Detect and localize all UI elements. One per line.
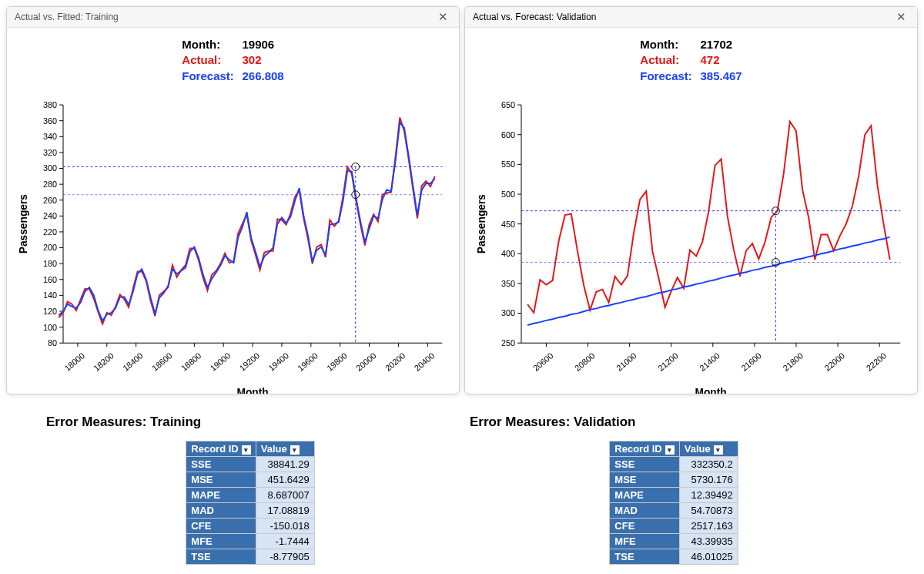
record-id-cell: CFE (610, 519, 679, 534)
svg-text:100: 100 (43, 323, 57, 332)
close-icon[interactable]: ✕ (893, 10, 909, 24)
value-cell: 332350.2 (679, 457, 738, 472)
dropdown-icon[interactable]: ▾ (714, 445, 723, 455)
svg-text:21000: 21000 (614, 351, 638, 373)
validation-chart: 2503003504004505005506006502060020800210… (473, 35, 909, 394)
svg-text:220: 220 (43, 227, 57, 237)
training-chart: 8010012014016018020022024026028030032034… (15, 35, 451, 394)
svg-text:140: 140 (43, 290, 57, 300)
svg-text:650: 650 (501, 100, 515, 109)
table-row: SSE38841.29 (186, 457, 314, 472)
table-row: MAD17.08819 (186, 503, 314, 519)
svg-text:300: 300 (501, 308, 515, 317)
record-id-cell: SSE (610, 457, 679, 472)
svg-text:250: 250 (501, 338, 515, 347)
svg-text:20400: 20400 (413, 351, 437, 373)
svg-text:21400: 21400 (698, 351, 721, 373)
value-cell: 38841.29 (256, 457, 314, 472)
table-row: MSE451.6429 (186, 472, 314, 488)
table-row: CFE-150.018 (186, 519, 314, 534)
svg-text:Passengers: Passengers (18, 194, 29, 254)
svg-text:18400: 18400 (121, 351, 145, 373)
svg-text:260: 260 (43, 196, 57, 205)
svg-text:19200: 19200 (237, 351, 261, 373)
svg-text:350: 350 (501, 279, 515, 288)
value-cell: 43.39935 (679, 534, 738, 549)
svg-text:19800: 19800 (325, 351, 349, 373)
training-errors-table: Record ID▾Value▾SSE38841.29MSE451.6429MA… (186, 441, 314, 565)
table-row: MFE-1.7444 (186, 534, 314, 549)
record-id-cell: MAD (610, 503, 679, 519)
dropdown-icon[interactable]: ▾ (242, 445, 251, 455)
validation-errors-title: Error Measures: Validation (470, 415, 635, 430)
svg-text:Passengers: Passengers (476, 194, 487, 254)
svg-text:19000: 19000 (209, 351, 233, 373)
record-id-cell: CFE (186, 519, 256, 534)
dropdown-icon[interactable]: ▾ (665, 445, 675, 455)
svg-text:380: 380 (43, 100, 57, 109)
svg-text:21200: 21200 (656, 351, 680, 373)
record-id-header[interactable]: Record ID▾ (610, 441, 679, 457)
svg-text:Month: Month (236, 387, 268, 394)
training-panel: Actual vs. Fitted: Training ✕ Month: 199… (6, 6, 460, 394)
svg-text:21600: 21600 (739, 351, 763, 373)
svg-text:19600: 19600 (296, 351, 320, 373)
svg-text:280: 280 (43, 180, 57, 189)
svg-text:300: 300 (43, 163, 57, 173)
training-errors-title: Error Measures: Training (46, 415, 201, 430)
svg-text:19400: 19400 (266, 351, 290, 373)
svg-text:20000: 20000 (354, 351, 378, 373)
validation-chart-area[interactable]: Month: 21702 Actual: 472 Forecast: 385.4… (465, 28, 917, 394)
record-id-cell: MAPE (186, 488, 256, 503)
value-cell: 451.6429 (256, 472, 314, 488)
value-cell: -1.7444 (256, 534, 314, 549)
record-id-header[interactable]: Record ID▾ (186, 441, 256, 457)
svg-text:120: 120 (43, 307, 57, 316)
record-id-cell: MFE (610, 534, 679, 549)
validation-errors-section: Error Measures: Validation Record ID▾Val… (462, 407, 886, 565)
value-header[interactable]: Value▾ (256, 441, 314, 457)
svg-text:180: 180 (43, 259, 57, 268)
table-row: MAPE12.39492 (610, 488, 738, 503)
table-row: SSE332350.2 (610, 457, 738, 472)
svg-text:500: 500 (501, 190, 515, 199)
svg-text:340: 340 (43, 132, 57, 141)
value-cell: 12.39492 (679, 488, 738, 503)
value-header[interactable]: Value▾ (679, 441, 738, 457)
svg-text:18000: 18000 (62, 351, 86, 373)
record-id-cell: MFE (186, 534, 256, 549)
svg-text:22000: 22000 (822, 351, 846, 373)
svg-text:450: 450 (501, 220, 515, 229)
training-hover-info: Month: 19906 Actual: 302 Forecast: 266.8… (182, 37, 283, 84)
record-id-cell: TSE (186, 549, 256, 565)
record-id-cell: MAD (186, 503, 256, 519)
record-id-cell: MAPE (610, 488, 679, 503)
svg-text:200: 200 (43, 243, 57, 252)
svg-text:22200: 22200 (865, 351, 889, 373)
svg-text:20800: 20800 (573, 351, 597, 373)
training-chart-area[interactable]: Month: 19906 Actual: 302 Forecast: 266.8… (7, 28, 459, 394)
value-cell: -150.018 (256, 519, 314, 534)
svg-text:20600: 20600 (531, 351, 555, 373)
svg-text:360: 360 (43, 116, 57, 126)
svg-text:80: 80 (48, 338, 57, 347)
table-row: TSE-8.77905 (186, 549, 314, 565)
value-cell: -8.77905 (256, 549, 314, 565)
value-cell: 46.01025 (679, 549, 738, 565)
validation-panel: Actual vs. Forecast: Validation ✕ Month:… (464, 6, 918, 394)
dropdown-icon[interactable]: ▾ (290, 445, 300, 455)
record-id-cell: SSE (186, 457, 256, 472)
value-cell: 17.08819 (256, 503, 314, 519)
value-cell: 5730.176 (679, 472, 738, 488)
svg-text:240: 240 (43, 211, 57, 220)
value-cell: 2517.163 (679, 519, 738, 534)
close-icon[interactable]: ✕ (435, 10, 451, 24)
validation-hover-info: Month: 21702 Actual: 472 Forecast: 385.4… (640, 37, 742, 84)
svg-text:160: 160 (43, 275, 57, 284)
table-row: MAD54.70873 (610, 503, 738, 519)
training-panel-title: Actual vs. Fitted: Training (15, 12, 119, 22)
table-row: MAPE8.687007 (186, 488, 314, 503)
record-id-cell: TSE (610, 549, 679, 565)
svg-text:18600: 18600 (150, 351, 174, 373)
validation-errors-table: Record ID▾Value▾SSE332350.2MSE5730.176MA… (609, 441, 738, 565)
